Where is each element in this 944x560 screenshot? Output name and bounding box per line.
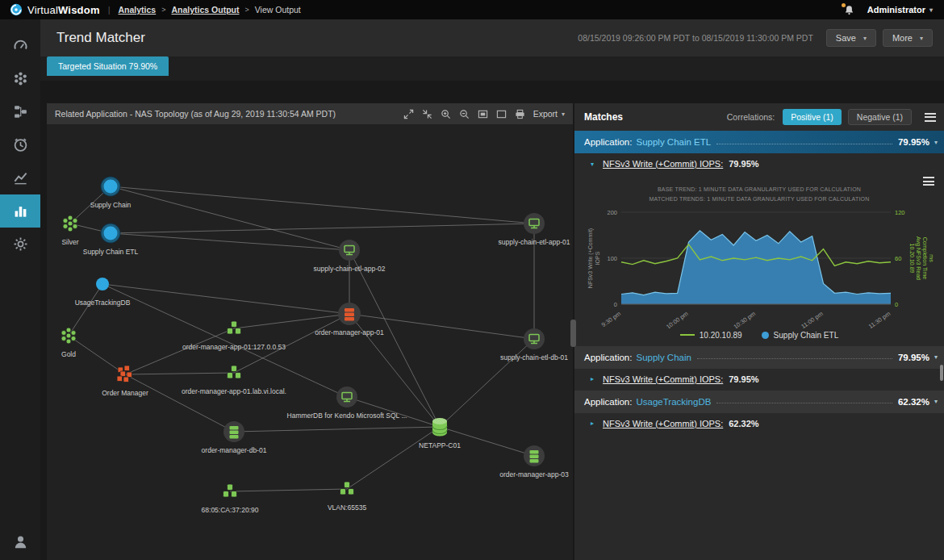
topology-node-hammerdb[interactable]: HammerDB for Kendo Microsoft SQL ... [287,387,407,420]
topology-node-sc-etl-app-02[interactable]: supply-chain-etl-app-02 [314,240,386,273]
topology-panel-title: Related Application - NAS Topology (as o… [55,109,336,119]
positive-correlations-button[interactable]: Positive (1) [783,109,842,125]
zoom-in-icon[interactable] [441,109,451,119]
tab-targeted-situation[interactable]: Targeted Situation 79.90% [47,56,169,76]
matches-menu-icon[interactable] [925,113,936,122]
more-button[interactable]: More ▾ [883,29,933,47]
match-score: 79.95% [898,353,929,362]
panel-splitter[interactable] [570,320,576,347]
topology-node-netapp[interactable]: NETAPP-C01 [419,418,461,449]
print-icon[interactable] [515,109,525,119]
sidebar-item-topology[interactable] [0,95,40,128]
notification-badge [842,3,846,7]
svg-text:Silver: Silver [61,238,78,246]
topology-node-om-app-01-red[interactable]: order-manager-app-01 [315,303,384,336]
chevron-down-icon[interactable]: ▾ [934,139,938,146]
application-link[interactable]: UsageTrackingDB [636,397,711,407]
correlation-chart-block: BASE TREND: 1 MINUTE DATA GRANULARITY US… [574,173,944,345]
negative-correlations-button[interactable]: Negative (1) [848,109,912,125]
chevron-down-icon: ▾ [863,35,867,42]
sidebar-item-entities[interactable] [0,62,40,95]
export-button[interactable]: Export ▾ [533,109,565,119]
metric-label[interactable]: NFSv3 Write (+Commit) IOPS: [603,419,723,428]
metric-row-collapsed[interactable]: ▸ NFSv3 Write (+Commit) IOPS: 62.32% [574,413,944,433]
topology-canvas[interactable]: Supply ChainSilverSupply Chain ETLsupply… [47,124,573,560]
sidebar-item-alarms[interactable] [0,128,40,161]
topology-node-order-manager[interactable]: Order Manager [102,366,148,397]
svg-text:11:00 pm: 11:00 pm [800,310,824,328]
chevron-down-icon[interactable]: ▾ [591,161,597,168]
breadcrumb: Analytics > Analytics Output > View Outp… [119,5,301,15]
topology-edge [230,489,347,491]
application-row-supply-chain[interactable]: Application: Supply Chain 79.95% ▾ [574,346,944,369]
metric-label[interactable]: NFSv3 Write (+Commit) IOPS: [603,159,723,169]
topology-node-sc-etl-app-01[interactable]: supply-chain-etl-app-01 [499,213,570,246]
topology-edge [111,186,349,250]
topology-node-mac[interactable]: 68:05:CA:37:20:90 [202,484,259,514]
frame-icon[interactable] [496,109,507,119]
sidebar-item-settings[interactable] [0,228,40,261]
matches-panel: Matches Correlations: Positive (1) Negat… [574,103,944,560]
topology-node-om-app-03[interactable]: order-manager-app-03 [499,445,569,479]
scrollbar-thumb[interactable] [940,365,943,381]
breadcrumb-analytics[interactable]: Analytics [119,5,157,15]
content-area: Related Application - NAS Topology (as o… [40,81,944,560]
topology-edge [440,339,534,427]
collapse-icon[interactable] [422,109,432,119]
application-prefix: Application: [584,353,632,362]
zoom-out-icon[interactable] [459,109,470,119]
svg-text:120: 120 [895,208,905,215]
sidebar-item-reports[interactable] [0,161,40,194]
save-button[interactable]: Save ▾ [826,29,876,47]
topology-node-om-db-01[interactable]: order-manager-db-01 [202,421,267,454]
topology-node-om-app-01-lab[interactable]: order-manager-app-01.lab.vi.local. [182,366,286,395]
svg-text:supply-chain-etl-db-01: supply-chain-etl-db-01 [500,353,568,361]
chevron-right-icon[interactable]: ▸ [591,375,597,382]
correlations-label: Correlations: [727,112,775,122]
metric-row-expanded[interactable]: ▾ NFSv3 Write (+Commit) IOPS: 79.95% [574,153,944,173]
page-header: Trend Matcher 08/15/2019 09:26:00 PM PDT… [40,19,944,56]
chevron-down-icon: ▾ [929,6,933,14]
metric-label[interactable]: NFSv3 Write (+Commit) IOPS: [603,374,723,384]
svg-text:Gold: Gold [61,350,76,358]
notifications-bell-icon[interactable] [844,5,854,15]
trend-chart[interactable]: 01002000601209:30 pm10:00 pm10:30 pm11:0… [584,206,934,328]
chevron-down-icon[interactable]: ▾ [934,353,938,361]
sidebar-item-profile[interactable] [0,525,40,558]
sidebar-item-analytics[interactable] [0,194,40,228]
chevron-down-icon: ▾ [562,111,565,118]
page-title: Trend Matcher [56,30,145,46]
sidebar-item-dashboards[interactable] [0,29,40,62]
topology-node-vlan[interactable]: VLAN:65535 [328,482,366,512]
topology-node-supply-chain-etl[interactable]: Supply Chain ETL [83,224,139,257]
chevron-down-icon[interactable]: ▾ [934,398,938,405]
svg-text:Supply Chain: Supply Chain [90,201,132,209]
svg-text:Avg NFSv3 Read: Avg NFSv3 Read [915,236,921,280]
topology-panel-header: Related Application - NAS Topology (as o… [47,103,573,124]
person-icon [13,534,28,550]
chevron-right-icon[interactable]: ▸ [591,420,597,427]
legend-item-area-series[interactable]: Supply Chain ETL [762,331,839,340]
topology-node-sc-etl-db-01[interactable]: supply-chain-etl-db-01 [500,328,568,361]
topology-node-gold[interactable]: Gold [61,328,76,358]
application-row-usagetrackingdb[interactable]: Application: UsageTrackingDB 62.32% ▾ [574,391,944,413]
application-link[interactable]: Supply Chain [636,353,691,362]
application-link[interactable]: Supply Chain ETL [636,137,711,147]
user-menu[interactable]: Administrator ▾ [867,5,933,15]
application-row-supply-chain-etl[interactable]: Application: Supply Chain ETL 79.95% ▾ [574,131,944,153]
svg-text:Order Manager: Order Manager [102,389,148,397]
logo-swirl-icon [10,3,23,16]
breadcrumb-analytics-output[interactable]: Analytics Output [171,5,239,15]
snapshot-icon[interactable] [478,109,488,119]
topology-node-supply-chain[interactable]: Supply Chain [90,177,132,210]
app-logo[interactable]: VirtualWisdom [10,3,100,16]
topology-panel: Related Application - NAS Topology (as o… [47,103,573,560]
metric-row-collapsed[interactable]: ▸ NFSv3 Write (+Commit) IOPS: 79.95% [574,369,944,389]
topology-node-usagetrackingdb[interactable]: UsageTrackingDB [75,278,131,307]
chart-menu-icon[interactable] [923,177,934,186]
legend-item-line-series[interactable]: 10.20.10.89 [680,331,742,340]
topology-edge [234,314,349,328]
topology-node-silver[interactable]: Silver [61,215,78,246]
topology-node-om-app-01-ip[interactable]: order-manager-app-01:127.0.0.53 [182,321,286,351]
expand-icon[interactable] [403,109,414,119]
